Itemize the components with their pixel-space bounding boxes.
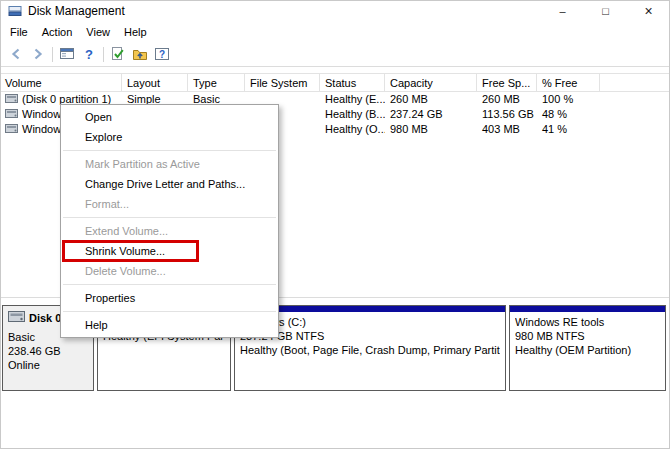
menu-separator [63, 311, 276, 312]
cell-capacity: 980 MB [385, 121, 477, 136]
volume-icon [5, 93, 18, 104]
window-title: Disk Management [28, 4, 125, 18]
cell-pct-free: 41 % [537, 121, 600, 136]
close-button[interactable]: × [627, 0, 670, 22]
cell-pct-free: 100 % [537, 91, 600, 106]
column-header-layout[interactable]: Layout [122, 74, 188, 91]
cell-status: Healthy (B... [320, 106, 385, 121]
folder-up-icon[interactable] [129, 44, 151, 64]
titlebar: Disk Management – □ × [0, 0, 670, 22]
disk-icon [8, 310, 25, 325]
partition-size: 237.24 GB NTFS [240, 329, 500, 343]
check-page-icon[interactable] [107, 44, 129, 64]
column-header-free-space[interactable]: Free Sp... [477, 74, 537, 91]
cell-free-space: 403 MB [477, 121, 537, 136]
ctx-item-delete-volume: Delete Volume... [61, 261, 278, 281]
cell-status: Healthy (O... [320, 121, 385, 136]
cell-capacity: 237.24 GB [385, 106, 477, 121]
disk-management-app-icon [8, 4, 22, 18]
ctx-item-shrink-volume[interactable]: Shrink Volume... [61, 241, 278, 261]
volume-icon [5, 108, 18, 119]
column-header-pct-free[interactable]: % Free [537, 74, 600, 91]
toolbar-separator [52, 47, 53, 62]
ctx-item-mark-partition-active: Mark Partition as Active [61, 154, 278, 174]
ctx-item-change-drive-letter[interactable]: Change Drive Letter and Paths... [61, 174, 278, 194]
partition-status: Healthy (OEM Partition) [515, 343, 660, 357]
ctx-item-properties[interactable]: Properties [61, 288, 278, 308]
forward-arrow-icon[interactable] [27, 44, 49, 64]
menu-view[interactable]: View [79, 22, 117, 42]
toolbar-separator [103, 47, 104, 62]
menu-help[interactable]: Help [117, 22, 154, 42]
disk-name: Disk 0 [29, 312, 61, 324]
help-window-icon[interactable]: ? [151, 44, 173, 64]
partition-windows-re[interactable]: Windows RE tools 980 MB NTFS Healthy (OE… [509, 305, 666, 391]
cell-free-space: 113.56 GB [477, 106, 537, 121]
cell-pct-free: 48 % [537, 106, 600, 121]
maximize-button[interactable]: □ [584, 0, 627, 22]
partition-status: Healthy (Boot, Page File, Crash Dump, Pr… [240, 343, 500, 357]
ctx-item-extend-volume: Extend Volume... [61, 221, 278, 241]
ctx-item-open[interactable]: Open [61, 107, 278, 127]
minimize-button[interactable]: – [541, 0, 584, 22]
cell-free-space: 260 MB [477, 91, 537, 106]
volume-icon [5, 123, 18, 134]
menu-separator [63, 150, 276, 151]
menubar: File Action View Help [0, 22, 670, 42]
column-header-volume[interactable]: Volume [0, 74, 122, 91]
partition-title: Windows RE tools [515, 315, 660, 329]
console-window-icon[interactable] [56, 44, 78, 64]
column-header-type[interactable]: Type [188, 74, 245, 91]
context-menu: Open Explore Mark Partition as Active Ch… [60, 104, 279, 338]
cell-capacity: 260 MB [385, 91, 477, 106]
menu-separator [63, 284, 276, 285]
partition-title: Windows (C:) [240, 315, 500, 329]
menu-action[interactable]: Action [35, 22, 80, 42]
column-header-file-system[interactable]: File System [245, 74, 320, 91]
volume-name: (Disk 0 partition 1) [22, 93, 111, 105]
caption-buttons: – □ × [541, 0, 670, 22]
help-icon[interactable]: ? [78, 44, 100, 64]
toolbar: ? ? [0, 42, 670, 67]
partition-size: 980 MB NTFS [515, 329, 660, 343]
ctx-item-explore[interactable]: Explore [61, 127, 278, 147]
ctx-item-format: Format... [61, 194, 278, 214]
ctx-item-help[interactable]: Help [61, 315, 278, 335]
column-header-capacity[interactable]: Capacity [385, 74, 477, 91]
cell-status: Healthy (E... [320, 91, 385, 106]
volume-list-header: Volume Layout Type File System Status Ca… [0, 73, 670, 92]
svg-text:?: ? [85, 47, 93, 62]
column-header-filler [600, 74, 670, 91]
disk-status: Online [8, 358, 88, 372]
back-arrow-icon[interactable] [5, 44, 27, 64]
menu-file[interactable]: File [3, 22, 35, 42]
column-header-status[interactable]: Status [320, 74, 385, 91]
menu-separator [63, 217, 276, 218]
disk-size: 238.46 GB [8, 344, 88, 358]
svg-text:?: ? [159, 49, 165, 60]
